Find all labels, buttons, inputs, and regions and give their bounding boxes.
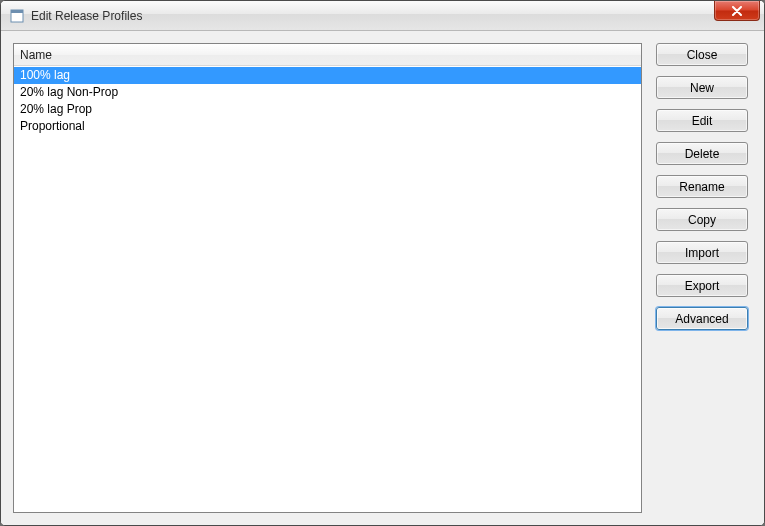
window-title: Edit Release Profiles (31, 9, 142, 23)
advanced-button[interactable]: Advanced (656, 307, 748, 330)
titlebar: Edit Release Profiles (1, 1, 764, 31)
profiles-list-panel: Name 100% lag20% lag Non-Prop20% lag Pro… (13, 43, 642, 513)
close-icon (731, 6, 743, 16)
svg-rect-1 (11, 10, 23, 13)
list-item[interactable]: 100% lag (14, 67, 641, 84)
list-item[interactable]: 20% lag Non-Prop (14, 84, 641, 101)
rename-button[interactable]: Rename (656, 175, 748, 198)
client-area: Name 100% lag20% lag Non-Prop20% lag Pro… (1, 31, 764, 525)
list-column-header[interactable]: Name (14, 44, 641, 66)
profiles-list[interactable]: 100% lag20% lag Non-Prop20% lag PropProp… (14, 66, 641, 512)
import-button[interactable]: Import (656, 241, 748, 264)
export-button[interactable]: Export (656, 274, 748, 297)
list-item[interactable]: 20% lag Prop (14, 101, 641, 118)
edit-button[interactable]: Edit (656, 109, 748, 132)
column-header-name: Name (20, 48, 52, 62)
list-item[interactable]: Proportional (14, 118, 641, 135)
delete-button[interactable]: Delete (656, 142, 748, 165)
app-icon (9, 8, 25, 24)
new-button[interactable]: New (656, 76, 748, 99)
button-column: Close New Edit Delete Rename Copy Import… (656, 43, 752, 513)
copy-button[interactable]: Copy (656, 208, 748, 231)
window-close-button[interactable] (714, 1, 760, 21)
dialog-window: Edit Release Profiles Name 100% lag20% l… (0, 0, 765, 526)
close-button[interactable]: Close (656, 43, 748, 66)
